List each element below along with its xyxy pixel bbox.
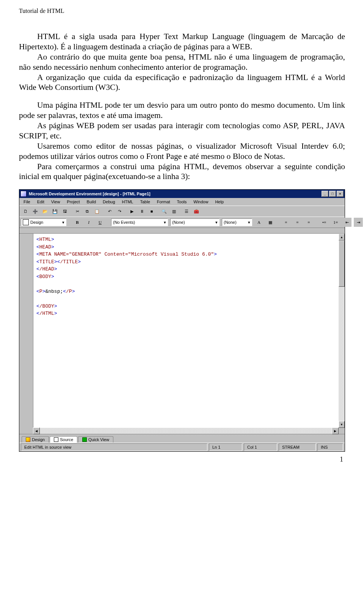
menu-window[interactable]: Window — [191, 199, 211, 205]
statusbar: Edit HTML in source view Ln 1 Col 1 STRE… — [19, 443, 345, 451]
design-icon — [23, 219, 29, 225]
gutter — [19, 234, 33, 428]
menu-file[interactable]: File — [21, 199, 33, 205]
paste-button[interactable]: 📋 — [93, 207, 102, 216]
outdent-button[interactable]: ⇤ — [342, 218, 351, 227]
new-project-button[interactable]: 🗋 — [21, 207, 30, 216]
menu-debug[interactable]: Debug — [100, 199, 118, 205]
view-dropdown[interactable]: Design ▾ — [21, 218, 66, 226]
element-dropdown[interactable]: (No Events)▾ — [111, 218, 168, 226]
code-line: </HTML> — [36, 310, 336, 317]
menu-edit[interactable]: Edit — [35, 199, 47, 205]
open-button[interactable]: 📂 — [41, 207, 50, 216]
toolbox-button[interactable]: 🧰 — [192, 207, 201, 216]
scroll-right-icon[interactable]: ▶ — [332, 427, 339, 434]
menu-help[interactable]: Help — [212, 199, 226, 205]
break-button[interactable]: ⏸ — [137, 207, 146, 216]
window-title: Microsoft Development Environment [desig… — [29, 192, 151, 196]
align-left-button[interactable]: ≡ — [281, 218, 290, 227]
align-right-button[interactable]: ≡ — [304, 218, 313, 227]
backcolor-button[interactable]: ▦ — [266, 218, 275, 227]
tab-design[interactable]: Design — [22, 436, 49, 443]
scroll-thumb[interactable] — [339, 240, 345, 287]
debug-windows-button[interactable]: ▥ — [169, 207, 179, 216]
para-5: As páginas WEB podem ser usadas para int… — [19, 121, 345, 141]
status-line: Ln 1 — [209, 443, 242, 451]
para-4: Uma página HTML pode ter um desvio para … — [19, 100, 345, 121]
code-line: <P>&nbsp;</P> — [36, 288, 336, 295]
code-line: </HEAD> — [36, 266, 336, 273]
start-button[interactable]: ▶ — [127, 207, 136, 216]
undo-button[interactable]: ↶ — [105, 207, 114, 216]
para-6: Usaremos como editor de nossas páginas, … — [19, 141, 345, 162]
code-editor[interactable]: <HTML><HEAD><META NAME="GENERATOR" Conte… — [33, 234, 339, 428]
menubar: FileEditViewProjectBuildDebugHTMLTableFo… — [19, 198, 345, 206]
minimize-button[interactable]: _ — [322, 191, 328, 197]
cut-button[interactable]: ✂ — [73, 207, 82, 216]
para-1: HTML é a sigla usada para Hyper Text Mar… — [19, 31, 345, 52]
menu-build[interactable]: Build — [84, 199, 99, 205]
menu-project[interactable]: Project — [64, 199, 82, 205]
menu-view[interactable]: View — [49, 199, 63, 205]
vertical-scrollbar[interactable]: ▲ ▼ — [339, 234, 345, 428]
font-size-dropdown[interactable]: (None)▾ — [222, 218, 252, 226]
view-tabs: Design Source Quick View — [19, 434, 345, 443]
ide-window: Microsoft Development Environment [desig… — [19, 189, 345, 452]
code-line: <TITLE></TITLE> — [36, 258, 336, 266]
source-tab-icon — [54, 437, 58, 442]
toolbar-design: Design ▾ B I U (No Events)▾ (None)▾ (Non… — [19, 217, 345, 228]
tab-quickview[interactable]: Quick View — [78, 436, 113, 443]
maximize-button[interactable]: □ — [329, 191, 336, 197]
quickview-tab-icon — [82, 437, 87, 442]
code-line: <META NAME="GENERATOR" Content="Microsof… — [36, 251, 336, 258]
titlebar: Microsoft Development Environment [desig… — [19, 190, 345, 198]
tab-source[interactable]: Source — [50, 436, 77, 443]
app-icon — [20, 191, 27, 197]
para-7: Para comerçarmos a construi uma página H… — [19, 162, 345, 182]
forecolor-button[interactable]: A — [254, 218, 264, 227]
scroll-left-icon[interactable]: ◀ — [33, 427, 40, 434]
code-line: <HEAD> — [36, 244, 336, 251]
page-number: 1 — [19, 456, 345, 463]
properties-button[interactable]: ☰ — [182, 207, 191, 216]
para-2: Ao contrário do que muita gente boa pens… — [19, 52, 345, 72]
code-line: <HTML> — [36, 236, 336, 244]
bold-button[interactable]: B — [73, 218, 82, 227]
find-button[interactable]: 🔍 — [160, 207, 169, 216]
toolbar-main: 🗋➕📂💾🖫✂⧉📋↶↷▶⏸■🔍▥☰🧰 — [19, 206, 345, 217]
menu-format[interactable]: Format — [154, 199, 173, 205]
menu-tools[interactable]: Tools — [174, 199, 190, 205]
code-line: </BODY> — [36, 303, 336, 310]
menu-html[interactable]: HTML — [119, 199, 136, 205]
status-hint: Edit HTML in source view — [21, 443, 207, 451]
status-ins: INS — [317, 443, 343, 451]
align-center-button[interactable]: ≡ — [293, 218, 302, 227]
save-button[interactable]: 💾 — [50, 207, 60, 216]
font-name-dropdown[interactable]: (None)▾ — [170, 218, 220, 226]
redo-button[interactable]: ↷ — [115, 207, 124, 216]
document-header: Tutorial de HTML — [19, 8, 345, 14]
italic-button[interactable]: I — [84, 218, 93, 227]
underline-button[interactable]: U — [96, 218, 105, 227]
close-button[interactable]: × — [337, 191, 344, 197]
scroll-down-icon[interactable]: ▼ — [339, 421, 345, 428]
code-line — [36, 295, 336, 303]
save-all-button[interactable]: 🖫 — [60, 207, 69, 216]
stop-button[interactable]: ■ — [147, 207, 156, 216]
copy-button[interactable]: ⧉ — [83, 207, 92, 216]
indent-button[interactable]: ⇥ — [354, 218, 363, 227]
add-item-button[interactable]: ➕ — [31, 207, 40, 216]
para-3: A organização que cuida da especificação… — [19, 72, 345, 93]
bullets-button[interactable]: •≡ — [320, 218, 329, 227]
code-line — [36, 280, 336, 288]
scroll-up-icon[interactable]: ▲ — [339, 234, 345, 240]
numbering-button[interactable]: 1≡ — [331, 218, 340, 227]
design-tab-icon — [26, 437, 30, 442]
menu-table[interactable]: Table — [137, 199, 152, 205]
ruler — [19, 228, 345, 234]
horizontal-scrollbar[interactable]: ◀ ▶ — [19, 428, 345, 434]
status-stream: STREAM — [279, 443, 316, 451]
status-col: Col 1 — [244, 443, 277, 451]
code-line: <BODY> — [36, 273, 336, 281]
